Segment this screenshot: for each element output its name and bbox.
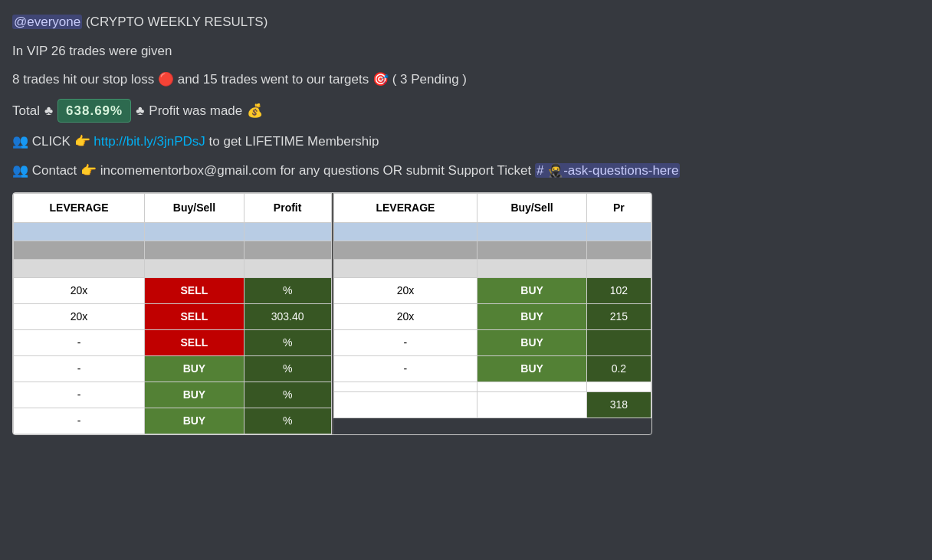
stop-loss-mid: and 15 trades went to our targets [178,72,369,87]
table-row: - BUY % [14,356,332,382]
header-line: @everyone (CRYPTO WEEKLY RESULTS) [12,12,920,32]
leverage-cell [333,382,477,392]
cell [14,223,145,241]
buysell-cell: BUY [477,356,586,382]
table-row: 20x SELL % [14,278,332,304]
leverage-cell: 20x [14,304,145,330]
leverage-cell: - [14,408,145,434]
cell [477,260,586,278]
contact-emoji: 🥷 [547,163,563,178]
contact-email: incomementorbox@gmail.com [100,163,277,178]
cell [145,241,244,260]
clover-right-icon: ♣ [136,101,144,121]
buysell-cell [477,382,586,392]
profit-cell [586,382,651,392]
header-label: (CRYPTO WEEKLY RESULTS) [86,15,267,29]
leverage-cell: - [14,330,145,356]
click-suffix-text: to get LIFETIME Membership [209,134,379,149]
click-link[interactable]: http://bit.ly/3jnPDsJ [94,134,205,149]
buysell-cell: BUY [477,330,586,356]
table-row [14,223,332,241]
vip-text: In VIP 26 trades were given [12,44,172,58]
leverage-cell: - [333,330,477,356]
cell [145,223,244,241]
table-row [333,260,651,278]
left-col-leverage: LEVERAGE [14,194,145,223]
cell [586,241,651,260]
table-row: - BUY % [14,382,332,408]
profit-label: Profit was made [149,101,242,121]
cell [244,241,331,260]
buysell-cell: SELL [145,278,244,304]
cell [14,260,145,278]
cell [477,223,586,241]
cell [244,223,331,241]
profit-cell: % [244,408,331,434]
table-row [14,241,332,260]
contact-mid-label: for any questions OR submit Support Tick… [280,163,531,178]
buysell-cell: BUY [477,278,586,304]
table-row: 20x SELL 303.40 [14,304,332,330]
leverage-cell: - [14,382,145,408]
table-row [14,260,332,278]
buysell-cell [477,392,586,418]
tables-container: LEVERAGE Buy/Sell Profit [12,192,652,435]
right-col-leverage: LEVERAGE [333,194,477,223]
profit-badge: 638.69% [57,99,131,123]
vip-line: In VIP 26 trades were given [12,41,920,61]
total-label: Total [12,101,40,121]
cell [14,241,145,260]
buysell-cell: BUY [145,382,244,408]
table-row [333,241,651,260]
profit-cell: 0.2 [586,356,651,382]
table-row [333,223,651,241]
right-table-wrapper: LEVERAGE Buy/Sell Pr [333,193,652,434]
right-col-profit: Pr [586,194,651,223]
profit-cell: 102 [586,278,651,304]
stop-loss-text: 8 trades hit our stop loss [12,72,154,87]
cell [244,260,331,278]
left-table: LEVERAGE Buy/Sell Profit [13,193,332,434]
table-row [333,382,651,392]
profit-cell: % [244,382,331,408]
buysell-cell: BUY [145,356,244,382]
right-table: LEVERAGE Buy/Sell Pr [333,193,652,418]
buysell-cell: SELL [145,330,244,356]
clover-left-icon: ♣ [44,101,53,121]
leverage-cell: 20x [333,278,477,304]
cell [477,241,586,260]
right-col-buysell: Buy/Sell [477,194,586,223]
buysell-cell: BUY [145,408,244,434]
left-table-header-row: LEVERAGE Buy/Sell Profit [14,194,332,223]
cell [333,241,477,260]
message-container: @everyone (CRYPTO WEEKLY RESULTS) In VIP… [12,12,920,435]
hash-symbol: # [537,163,547,178]
click-label: CLICK [32,134,71,149]
table-row: - BUY [333,330,651,356]
mention-everyone: @everyone [12,15,82,29]
click-line: 👥 CLICK 👉 http://bit.ly/3jnPDsJ to get L… [12,132,920,152]
table-row: - BUY % [14,408,332,434]
leverage-cell [333,392,477,418]
cell [586,260,651,278]
pending-text: ( 3 Pending ) [392,72,467,87]
leverage-cell: 20x [14,278,145,304]
click-point-icon: 👉 [74,134,94,149]
left-table-wrapper: LEVERAGE Buy/Sell Profit [13,193,333,434]
stop-loss-line: 8 trades hit our stop loss 🔴 and 15 trad… [12,70,920,90]
table-row: 20x BUY 102 [333,278,651,304]
table-row: - SELL % [14,330,332,356]
cell [333,223,477,241]
leverage-cell: - [333,356,477,382]
contact-group-icon: 👥 [12,163,28,178]
table-row: - BUY 0.2 [333,356,651,382]
profit-cell: % [244,356,331,382]
profit-cell: % [244,278,331,304]
left-col-profit: Profit [244,194,331,223]
profit-cell: 303.40 [244,304,331,330]
cell [586,223,651,241]
stop-loss-icon: 🔴 [158,72,178,87]
hashtag-mention: # 🥷-ask-questions-here [535,163,680,178]
profit-cell: 215 [586,304,651,330]
right-table-header-row: LEVERAGE Buy/Sell Pr [333,194,651,223]
